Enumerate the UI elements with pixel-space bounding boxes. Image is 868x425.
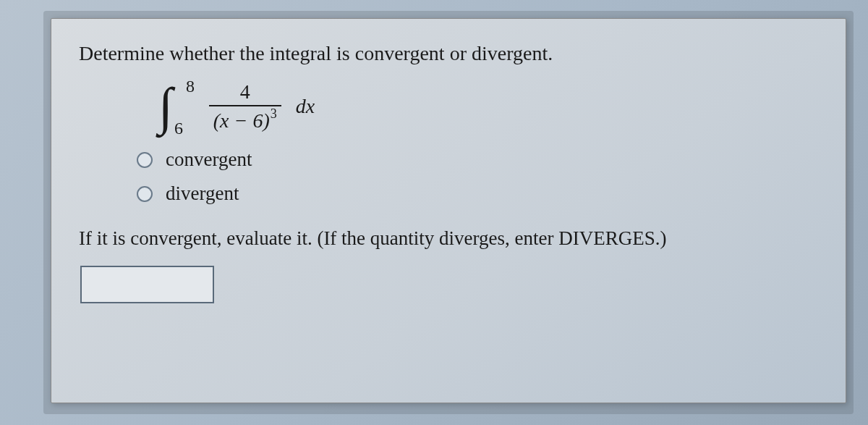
answer-input[interactable]: [80, 266, 214, 303]
option-convergent[interactable]: convergent: [137, 148, 818, 171]
differential: dx: [296, 95, 315, 118]
radio-icon[interactable]: [137, 186, 153, 202]
option-label: convergent: [166, 148, 252, 171]
upper-limit: 8: [186, 77, 195, 95]
followup-prompt: If it is convergent, evaluate it. (If th…: [79, 225, 818, 253]
option-label: divergent: [166, 182, 239, 205]
question-prompt: Determine whether the integral is conver…: [79, 39, 818, 67]
integral-expression: ∫ 8 6 4 (x − 6)3 dx: [158, 80, 818, 132]
integrand-fraction: 4 (x − 6)3: [209, 80, 281, 132]
lower-limit: 6: [174, 119, 183, 137]
numerator: 4: [236, 80, 255, 105]
integral-sign-icon: ∫ 8 6: [158, 80, 173, 132]
denominator: (x − 6)3: [209, 106, 281, 132]
option-divergent[interactable]: divergent: [137, 182, 818, 205]
radio-icon[interactable]: [137, 152, 153, 168]
question-card: Determine whether the integral is conver…: [51, 18, 846, 403]
options-group: convergent divergent: [137, 148, 818, 205]
